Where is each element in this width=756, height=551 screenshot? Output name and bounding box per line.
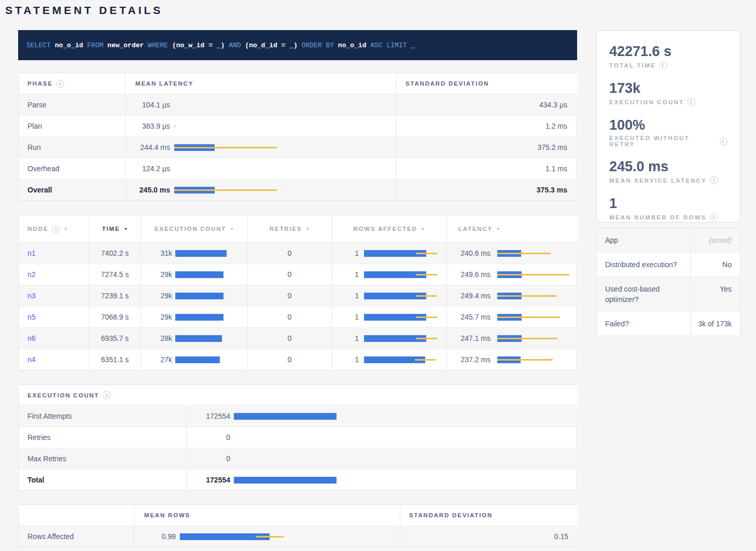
stat-label: TOTAL TIME	[609, 62, 656, 68]
node-link[interactable]: n2	[27, 270, 36, 279]
table-row: Max Retries 0	[19, 448, 577, 469]
execution-count-bar	[175, 271, 242, 278]
time-column-header[interactable]: TIME▼	[89, 215, 141, 242]
info-icon[interactable]: i	[660, 61, 667, 69]
execution-count-bar	[175, 293, 242, 299]
info-icon[interactable]: i	[52, 225, 60, 233]
stat-executed-without-retry: 100% EXECUTED WITHOUT RETRYi	[609, 117, 727, 147]
time-value: 7402.2 s	[89, 243, 141, 264]
table-row: Rows Affected 0.98 0.15	[19, 526, 577, 547]
latency-value: 249.6 ms	[447, 270, 491, 279]
node-link[interactable]: n4	[27, 355, 36, 364]
mean-latency-value: 383.9 µs	[125, 122, 170, 130]
rows-affected-bar	[364, 293, 441, 299]
execution-count-value: 29k	[141, 292, 172, 300]
sort-arrow-icon: ▼	[305, 227, 310, 231]
info-icon[interactable]: i	[710, 213, 718, 221]
rows-affected-value: 1	[332, 313, 359, 321]
stat-label: EXECUTION COUNT	[609, 99, 684, 105]
mean-latency-value: 104.1 µs	[125, 101, 170, 109]
std-deviation-value: 1.2 ms	[396, 116, 578, 136]
table-row: n2 7274.5 s 29k 0 1 249.6 ms	[19, 264, 577, 285]
execution-count-value: 27k	[141, 355, 172, 364]
table-row: First Attempts 172554	[19, 405, 577, 426]
info-icon[interactable]: i	[720, 137, 727, 145]
execution-count-value: 31k	[141, 249, 172, 257]
execution-count-header: EXECUTION COUNT	[27, 392, 99, 398]
sort-arrow-icon: ▼	[123, 227, 128, 231]
phase-latency-table: PHASEi MEAN LATENCY STANDARD DEVIATION P…	[18, 73, 577, 201]
info-icon[interactable]: i	[103, 391, 110, 399]
rows-affected-bar	[364, 250, 441, 257]
latency-bar	[497, 314, 572, 321]
statement-details-page: STATEMENT DETAILS SELECT no_o_id FROM ne…	[0, 0, 756, 551]
rows-affected-value: 1	[332, 249, 359, 257]
attribute-row-failed: Failed? 3k of 173k	[597, 311, 740, 336]
execution-count-value: 29k	[141, 313, 172, 321]
sql-keyword: ORDER BY	[302, 42, 334, 49]
std-deviation-value: 0.15	[400, 526, 578, 547]
execution-count-bar	[175, 356, 242, 363]
rows-affected-value: 1	[332, 292, 359, 300]
time-value: 7239.1 s	[89, 285, 141, 306]
phase-column-header: PHASE	[27, 80, 53, 87]
mean-rows-value: 0.98	[134, 532, 176, 541]
stat-value: 173k	[609, 80, 727, 97]
rows-affected-value: 1	[332, 355, 359, 364]
phase-label: Overall	[19, 180, 125, 200]
time-value: 7068.9 s	[89, 307, 141, 327]
node-link[interactable]: n5	[27, 313, 36, 321]
latency-bar	[497, 356, 572, 363]
latency-column-header[interactable]: LATENCY▼	[446, 215, 578, 242]
attribute-row-distributed: Distributed execution? No	[597, 252, 740, 277]
sql-identifier: no_o_id	[338, 42, 367, 49]
attribute-value: 3k of 173k	[690, 312, 740, 336]
latency-value: 247.1 ms	[447, 334, 491, 342]
rows-affected-table: MEAN ROWS STANDARD DEVIATION Rows Affect…	[18, 504, 577, 547]
phase-label: Overhead	[19, 158, 125, 179]
stat-label: EXECUTED WITHOUT RETRY	[609, 135, 716, 147]
std-deviation-value: 375.3 ms	[396, 180, 578, 200]
execution-count-value: 28k	[141, 334, 172, 342]
rows-affected-column-header[interactable]: ROWS AFFECTED▼	[331, 215, 446, 242]
info-icon[interactable]: i	[710, 176, 718, 184]
table-row: Parse 104.1 µs 434.3 µs	[19, 94, 577, 115]
mean-latency-column-header: MEAN LATENCY	[125, 80, 193, 87]
execution-count-bar	[175, 250, 242, 257]
exec-row-value: 172554	[187, 412, 230, 420]
exec-row-label: First Attempts	[19, 406, 186, 426]
retries-column-header[interactable]: RETRIES▼	[247, 215, 331, 242]
page-title: STATEMENT DETAILS	[5, 4, 740, 17]
latency-value: 240.6 ms	[447, 249, 491, 257]
node-link[interactable]: n1	[27, 249, 36, 257]
sql-statement-box: SELECT no_o_id FROM new_order WHERE (no_…	[18, 30, 577, 60]
latency-value: 249.4 ms	[447, 292, 491, 300]
stat-mean-number-of-rows: 1 MEAN NUMBER OF ROWSi	[609, 195, 727, 221]
rows-affected-bar	[364, 314, 441, 321]
exec-row-label: Max Retries	[19, 448, 186, 469]
execution-count-value: 29k	[141, 270, 172, 279]
attribute-label: Failed?	[597, 312, 690, 336]
retries-value: 0	[247, 349, 331, 370]
retries-value: 0	[247, 285, 331, 306]
sort-arrow-icon: ▼	[230, 227, 234, 231]
info-icon[interactable]: i	[688, 98, 695, 106]
sort-arrow-icon: ▼	[63, 227, 67, 231]
std-deviation-value: 434.3 µs	[396, 94, 578, 115]
node-column-header[interactable]: NODEi▼	[19, 215, 89, 242]
stat-total-time: 42271.6 s TOTAL TIMEi	[609, 43, 727, 69]
statement-attributes-table: App (unset) Distributed execution? No Us…	[596, 228, 740, 336]
std-deviation-column-header: STANDARD DEVIATION	[409, 512, 493, 518]
execution-count-bar	[175, 335, 242, 342]
execution-count-table: EXECUTION COUNTi First Attempts 172554 R…	[18, 384, 577, 491]
attribute-row-app: App (unset)	[597, 228, 740, 252]
table-row: Overall 245.0 ms 375.3 ms	[19, 179, 577, 200]
node-link[interactable]: n3	[27, 292, 36, 300]
node-link[interactable]: n6	[27, 334, 36, 342]
time-value: 6935.7 s	[89, 328, 141, 349]
info-icon[interactable]: i	[57, 80, 64, 88]
execution-count-column-header[interactable]: EXECUTION COUNT▼	[141, 215, 247, 242]
stat-execution-count: 173k EXECUTION COUNTi	[609, 80, 727, 106]
rows-affected-bar	[364, 271, 441, 278]
attribute-value: Yes	[690, 277, 740, 311]
